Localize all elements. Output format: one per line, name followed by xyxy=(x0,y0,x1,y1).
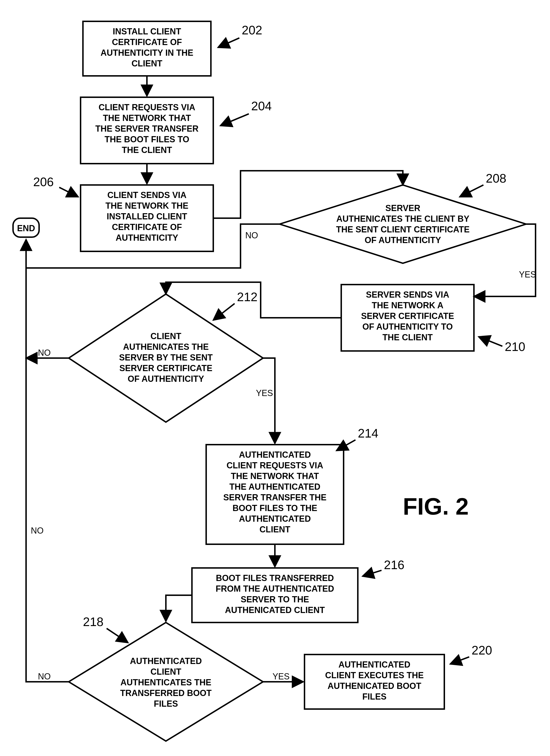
node-214-line-0: AUTHENTICATED xyxy=(239,450,311,460)
node-216-boot-files-transferred: BOOT FILES TRANSFERRED FROM THE AUTHENTI… xyxy=(192,568,358,622)
svg-text:218: 218 xyxy=(83,615,104,629)
ref-202: 202 xyxy=(218,23,262,47)
node-210-line-0: SERVER SENDS VIA xyxy=(366,290,449,300)
node-214-line-1: CLIENT REQUESTS VIA xyxy=(227,461,323,470)
node-204-line-0: CLIENT REQUESTS VIA xyxy=(99,102,195,112)
node-214-line-2: THE NETWORK THAT xyxy=(231,471,319,481)
node-208-line-3: OF AUTHENTICITY xyxy=(365,235,441,245)
node-214-line-6: AUTHENTICATED xyxy=(239,514,311,524)
node-end-label: END xyxy=(17,223,35,233)
node-206-line-3: CERTIFICATE OF xyxy=(112,222,182,232)
node-208-line-0: SERVER xyxy=(385,203,420,213)
node-216-line-3: AUTHENICATED CLIENT xyxy=(225,605,325,615)
node-216-line-1: FROM THE AUTHENTICATED xyxy=(216,584,334,594)
node-214-line-3: THE AUTHENTICATED xyxy=(230,482,320,492)
node-202-line-0: INSTALL CLIENT xyxy=(113,27,181,36)
node-220-line-2: AUTHENICATED BOOT xyxy=(327,681,421,691)
node-206-line-0: CLIENT SENDS VIA xyxy=(107,190,187,200)
node-220-line-1: CLIENT EXECUTES THE xyxy=(325,670,424,680)
node-204-line-4: THE CLIENT xyxy=(122,145,172,155)
node-214-line-4: SERVER TRANSFER THE xyxy=(223,493,326,502)
ref-212: 212 xyxy=(213,290,258,320)
svg-text:212: 212 xyxy=(237,290,258,304)
ref-206: 206 xyxy=(33,175,78,197)
svg-text:208: 208 xyxy=(486,171,506,185)
node-212-line-1: AUTHENICATES THE xyxy=(123,342,209,352)
edge-212-no-label: NO xyxy=(38,348,51,358)
node-210-line-1: THE NETWORK A xyxy=(372,300,444,310)
node-218-line-2: AUTHENTICATES THE xyxy=(120,678,211,687)
svg-text:220: 220 xyxy=(472,643,492,657)
node-220-line-3: FILES xyxy=(362,692,386,701)
node-204-line-2: THE SERVER TRANSFER xyxy=(95,124,198,134)
node-210-line-2: SERVER CERTIFICATE xyxy=(361,311,454,321)
node-218-line-0: AUTHENTICATED xyxy=(130,656,202,666)
node-218-line-3: TRANSFERRED BOOT xyxy=(120,688,212,698)
ref-218: 218 xyxy=(83,615,128,643)
edge-208-yes xyxy=(474,224,536,296)
svg-text:204: 204 xyxy=(251,99,272,113)
edge-208-yes-label: YES xyxy=(519,270,536,279)
ref-214: 214 xyxy=(336,426,378,451)
node-208-line-2: THE SENT CLIENT CERTIFICATE xyxy=(336,225,469,234)
node-202-line-2: AUTHENTICITY IN THE xyxy=(101,48,193,58)
svg-text:202: 202 xyxy=(242,23,262,37)
node-206-line-2: INSTALLED CLIENT xyxy=(107,212,187,221)
ref-216: 216 xyxy=(362,558,404,576)
ref-220: 220 xyxy=(450,643,492,664)
node-218-line-1: CLIENT xyxy=(151,667,181,677)
node-214-line-5: BOOT FILES TO THE xyxy=(233,503,317,513)
node-212-line-4: OF AUTHENTICITY xyxy=(128,374,204,384)
edge-212-yes-label: YES xyxy=(256,388,273,398)
edge-216-218 xyxy=(166,595,192,621)
node-212-line-0: CLIENT xyxy=(151,331,181,341)
edge-218-yes-label: YES xyxy=(273,672,289,681)
node-220-line-0: AUTHENTICATED xyxy=(338,660,410,669)
node-206-client-sends-cert: CLIENT SENDS VIA THE NETWORK THE INSTALL… xyxy=(81,185,213,251)
svg-text:216: 216 xyxy=(384,558,404,572)
ref-208: 208 xyxy=(460,171,506,197)
node-204-line-1: THE NETWORK THAT xyxy=(103,113,191,123)
node-218-client-authenticates-boot-files: AUTHENTICATED CLIENT AUTHENTICATES THE T… xyxy=(69,622,263,741)
svg-text:210: 210 xyxy=(505,340,525,354)
ref-210: 210 xyxy=(479,337,525,354)
figure-label: FIG. 2 xyxy=(403,493,469,520)
ref-204: 204 xyxy=(221,99,272,126)
node-218-line-4: FILES xyxy=(154,699,178,709)
node-214-line-7: CLIENT xyxy=(260,525,290,534)
node-214-authenticated-client-requests: AUTHENTICATED CLIENT REQUESTS VIA THE NE… xyxy=(206,445,343,544)
node-206-line-1: THE NETWORK THE xyxy=(106,201,189,211)
edge-218-no xyxy=(26,268,69,682)
node-206-line-4: AUTHENTICITY xyxy=(116,233,178,243)
node-212-line-3: SERVER CERTIFICATE xyxy=(120,363,213,373)
node-216-line-2: SERVER TO THE xyxy=(241,595,309,604)
node-204-line-3: THE BOOT FILES TO xyxy=(105,134,189,144)
node-208-server-authenticates-client: SERVER AUTHENICATES THE CLIENT BY THE SE… xyxy=(279,185,526,263)
node-202-line-1: CERTIFICATE OF xyxy=(112,37,182,47)
node-210-line-4: THE CLIENT xyxy=(382,332,433,342)
node-210-line-3: OF AUTHENTICITY TO xyxy=(362,322,453,332)
node-end: END xyxy=(13,218,39,237)
node-220-client-executes-boot: AUTHENTICATED CLIENT EXECUTES THE AUTHEN… xyxy=(304,655,444,709)
edge-218-no-label: NO xyxy=(38,672,51,681)
node-212-line-2: SERVER BY THE SENT xyxy=(119,353,213,362)
node-204-client-requests-boot: CLIENT REQUESTS VIA THE NETWORK THAT THE… xyxy=(81,97,213,164)
node-212-client-authenticates-server: CLIENT AUTHENICATES THE SERVER BY THE SE… xyxy=(69,294,263,422)
svg-text:206: 206 xyxy=(33,175,54,189)
node-202-line-3: CLIENT xyxy=(132,59,162,68)
svg-text:214: 214 xyxy=(358,426,378,440)
node-202-install-client-cert: INSTALL CLIENT CERTIFICATE OF AUTHENTICI… xyxy=(83,21,211,76)
node-216-line-0: BOOT FILES TRANSFERRED xyxy=(216,573,334,583)
node-208-line-1: AUTHENICATES THE CLIENT BY xyxy=(336,214,469,224)
edge-218-no-trunk-label: NO xyxy=(31,526,44,535)
edge-208-no-label: NO xyxy=(245,230,258,240)
node-210-server-sends-cert: SERVER SENDS VIA THE NETWORK A SERVER CE… xyxy=(341,285,474,351)
edge-212-yes xyxy=(263,358,275,443)
